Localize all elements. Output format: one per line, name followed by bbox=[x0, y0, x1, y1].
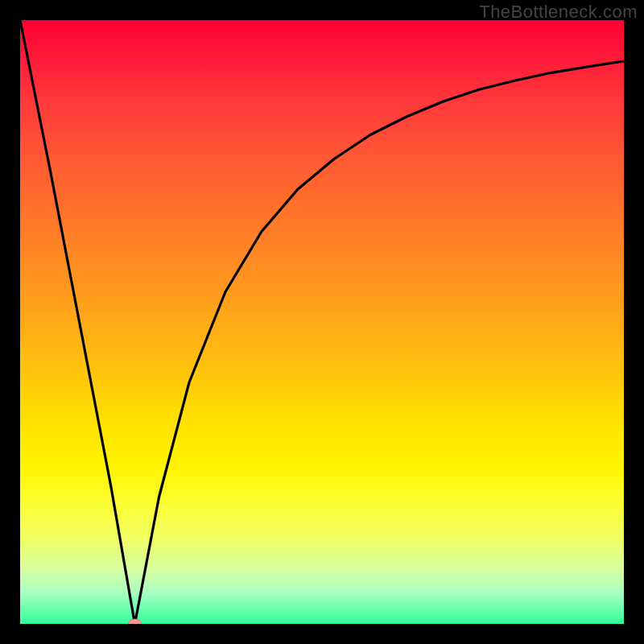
chart-svg bbox=[20, 20, 624, 624]
bottleneck-curve bbox=[20, 20, 624, 624]
chart-frame: TheBottleneck.com bbox=[0, 0, 644, 644]
optimum-marker bbox=[129, 619, 142, 624]
watermark-text: TheBottleneck.com bbox=[479, 2, 638, 23]
